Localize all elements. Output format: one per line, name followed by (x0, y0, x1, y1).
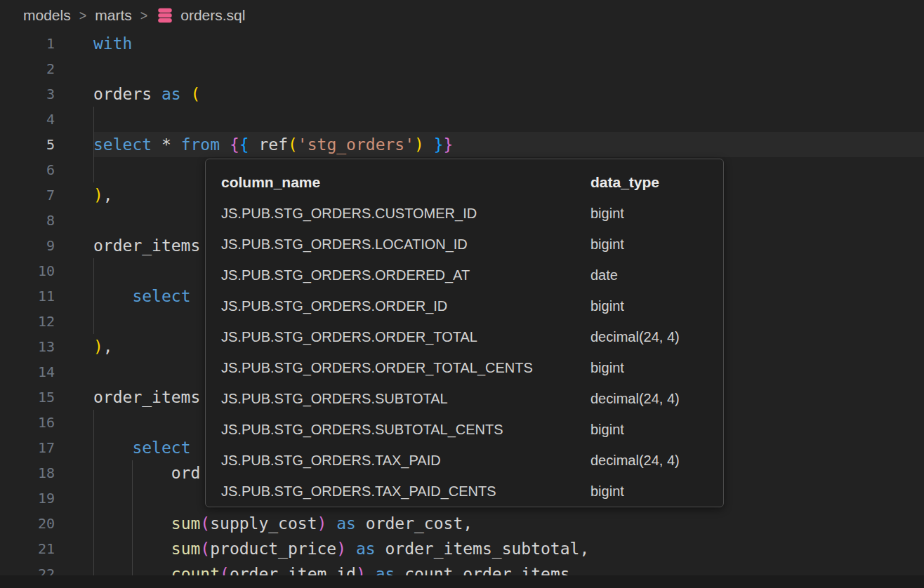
line-number-11[interactable]: 11 (0, 283, 55, 309)
token-id (346, 540, 356, 558)
line-number-12[interactable]: 12 (0, 309, 55, 334)
token-id (93, 287, 132, 305)
code-line-4[interactable]: 4 (0, 107, 924, 132)
code-line-5[interactable]: 5select * from {{ ref('stg_orders') }} (0, 132, 924, 157)
token-id: orders (93, 85, 161, 103)
token-b2: ) (317, 514, 327, 533)
line-number-14[interactable]: 14 (0, 359, 55, 385)
breadcrumb-item-marts[interactable]: marts (95, 7, 132, 24)
token-id (93, 439, 132, 457)
line-number-16[interactable]: 16 (0, 410, 55, 435)
token-b1: ) (414, 135, 424, 154)
data-type-value: bigint (590, 236, 708, 253)
code-line-3[interactable]: 3orders as ( (0, 81, 924, 107)
code-text: ), (93, 182, 113, 208)
column-name-value: JS.PUB.STG_ORDERS.LOCATION_ID (221, 236, 590, 253)
code-text: select (93, 435, 190, 460)
line-number-13[interactable]: 13 (0, 334, 55, 359)
tooltip-column-row-2: JS.PUB.STG_ORDERS.ORDERED_ATdate (221, 260, 708, 290)
line-number-3[interactable]: 3 (0, 81, 55, 107)
code-text: sum(product_price) as order_items_subtot… (93, 536, 589, 561)
tooltip-column-row-8: JS.PUB.STG_ORDERS.TAX_PAIDdecimal(24, 4) (221, 445, 708, 476)
token-b1: ( (191, 85, 201, 103)
code-line-21[interactable]: 21 sum(product_price) as order_items_sub… (0, 536, 924, 561)
line-number-17[interactable]: 17 (0, 435, 55, 460)
token-fn: sum (171, 514, 201, 533)
column-name-value: JS.PUB.STG_ORDERS.ORDER_TOTAL (221, 329, 590, 345)
token-kw: as (356, 540, 376, 558)
data-type-value: bigint (590, 206, 708, 222)
column-name-value: JS.PUB.STG_ORDERS.SUBTOTAL (221, 391, 590, 407)
breadcrumb-item-file[interactable]: orders.sql (180, 7, 245, 24)
tooltip-header-row: column_name data_type (221, 167, 708, 198)
token-id (93, 514, 171, 533)
column-info-tooltip: column_name data_type JS.PUB.STG_ORDERS.… (205, 159, 724, 507)
chevron-right-icon: > (140, 7, 148, 24)
code-text: with (93, 31, 132, 56)
indent-guide (93, 107, 94, 132)
column-name-value: JS.PUB.STG_ORDERS.SUBTOTAL_CENTS (221, 422, 590, 438)
data-type-value: decimal(24, 4) (590, 329, 708, 345)
indent-guide (93, 157, 94, 182)
tooltip-column-row-1: JS.PUB.STG_ORDERS.LOCATION_IDbigint (221, 229, 708, 260)
token-id (220, 135, 230, 154)
breadcrumb-item-models[interactable]: models (23, 7, 71, 24)
line-number-21[interactable]: 21 (0, 536, 55, 561)
line-number-9[interactable]: 9 (0, 233, 55, 258)
column-name-value: JS.PUB.STG_ORDERS.TAX_PAID (221, 453, 590, 469)
token-kw: select (93, 135, 152, 154)
token-b1: ) (93, 338, 103, 356)
token-id (424, 135, 434, 154)
column-name-value: JS.PUB.STG_ORDERS.ORDER_ID (221, 298, 590, 314)
token-id: order_items_subtotal, (376, 540, 590, 558)
token-b2: ) (336, 540, 346, 558)
line-number-4[interactable]: 4 (0, 107, 55, 132)
line-number-2[interactable]: 2 (0, 56, 55, 81)
token-id: ref (249, 135, 288, 154)
token-kw: with (93, 34, 132, 53)
line-number-5[interactable]: 5 (0, 132, 55, 157)
token-b2: ( (200, 540, 210, 558)
token-kw: select (132, 287, 190, 305)
tooltip-column-row-0: JS.PUB.STG_ORDERS.CUSTOMER_IDbigint (221, 198, 708, 229)
token-b3: } (434, 135, 444, 154)
column-name-value: JS.PUB.STG_ORDERS.ORDERED_AT (221, 267, 590, 283)
line-number-19[interactable]: 19 (0, 486, 55, 511)
indent-guide (132, 486, 133, 511)
tooltip-header-data-type: data_type (590, 174, 708, 191)
tooltip-column-row-9: JS.PUB.STG_ORDERS.TAX_PAID_CENTSbigint (221, 476, 708, 507)
line-number-8[interactable]: 8 (0, 208, 55, 233)
token-b2: } (444, 135, 454, 154)
line-number-1[interactable]: 1 (0, 31, 55, 56)
tooltip-column-row-4: JS.PUB.STG_ORDERS.ORDER_TOTALdecimal(24,… (221, 321, 708, 352)
token-b2: { (230, 135, 239, 154)
indent-guide (93, 486, 94, 511)
data-type-value: bigint (590, 298, 708, 314)
token-id (181, 85, 191, 103)
editor-window: models > marts > orders.sql 1with23order… (0, 0, 924, 588)
code-text: ord (93, 460, 200, 486)
data-type-value: decimal(24, 4) (590, 453, 708, 469)
line-number-18[interactable]: 18 (0, 460, 55, 486)
line-number-20[interactable]: 20 (0, 511, 55, 536)
token-id: order_items (93, 236, 200, 255)
token-kw: select (132, 439, 190, 457)
line-number-6[interactable]: 6 (0, 157, 55, 182)
token-str: 'stg_orders' (298, 135, 414, 154)
code-line-20[interactable]: 20 sum(supply_cost) as order_cost, (0, 511, 924, 536)
code-line-1[interactable]: 1with (0, 31, 924, 56)
token-id (93, 540, 171, 558)
code-line-2[interactable]: 2 (0, 56, 924, 81)
token-id: order_items (93, 388, 200, 406)
token-id: supply_cost (210, 514, 317, 533)
token-b1: ( (288, 135, 298, 154)
code-text: orders as ( (93, 81, 200, 107)
data-type-value: bigint (590, 422, 708, 438)
line-number-7[interactable]: 7 (0, 182, 55, 208)
chevron-right-icon: > (79, 7, 87, 24)
token-kw: as (336, 514, 356, 533)
code-text: sum(supply_cost) as order_cost, (93, 511, 473, 536)
line-number-10[interactable]: 10 (0, 258, 55, 283)
line-number-15[interactable]: 15 (0, 385, 55, 410)
token-id (326, 514, 336, 533)
